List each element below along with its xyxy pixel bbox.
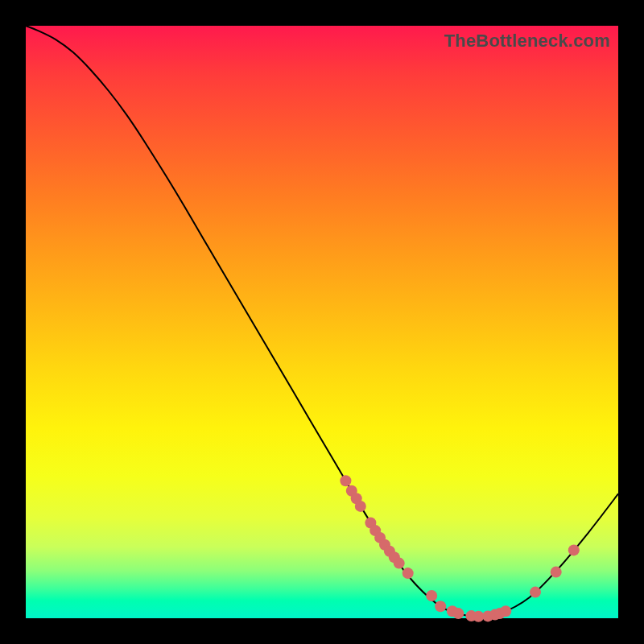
- scatter-points-group: [340, 475, 579, 622]
- scatter-point: [452, 608, 464, 619]
- chart-area: TheBottleneck.com: [26, 26, 618, 618]
- scatter-point: [340, 475, 351, 486]
- scatter-point: [355, 501, 366, 512]
- scatter-point: [402, 568, 414, 579]
- scatter-point: [394, 558, 405, 569]
- scatter-point: [530, 587, 541, 598]
- bottleneck-curve-line: [26, 26, 618, 617]
- bottleneck-plot: [26, 26, 618, 618]
- scatter-point: [551, 567, 562, 578]
- scatter-point: [435, 601, 446, 612]
- scatter-point: [568, 544, 580, 555]
- scatter-point: [426, 590, 437, 601]
- scatter-point: [500, 605, 511, 617]
